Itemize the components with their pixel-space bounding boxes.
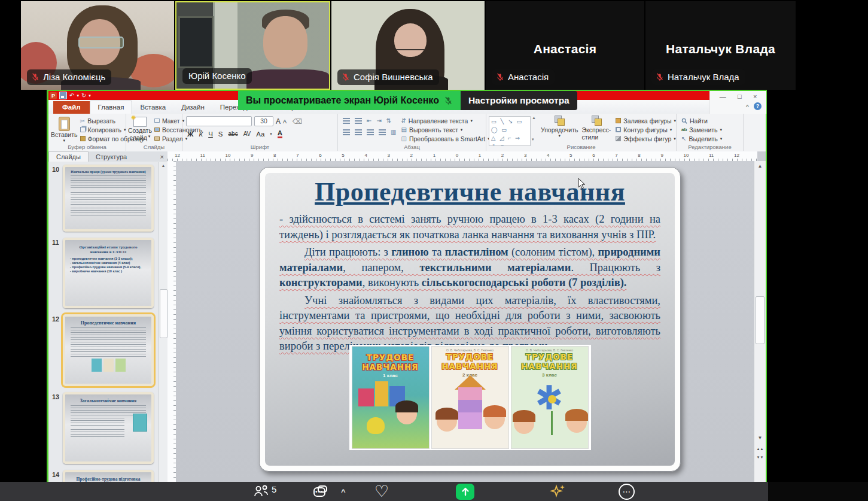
slide-canvas[interactable]: Пропедевтичне навчання - здійснюється в … <box>176 161 757 483</box>
shape-effects-button[interactable]: Эффекты фигур▾ <box>616 134 676 143</box>
numbering-button[interactable] <box>355 118 362 124</box>
convert-smartart-button[interactable]: ◫Преобразовать в SmartArt▾ <box>401 134 489 143</box>
qat-customize-icon[interactable]: ▾ <box>89 93 91 98</box>
maximize-button[interactable]: □ <box>738 93 742 100</box>
view-settings-button[interactable]: Настройки просмотра <box>461 91 577 110</box>
participant-tile-camera-off[interactable]: Анастасія Анастасія <box>486 1 644 90</box>
tab-insert[interactable]: Вставка <box>132 101 173 114</box>
new-slide-button[interactable]: ✺ Создать слайд▾ <box>128 115 152 143</box>
scroll-thumb[interactable] <box>160 289 167 338</box>
next-slide-button[interactable]: ▼▼ <box>754 456 766 459</box>
case-dropdown-icon[interactable]: ▾ <box>270 132 272 136</box>
undo-dropdown-icon[interactable]: ▾ <box>77 93 79 98</box>
select-button[interactable]: ↖Выделить▾ <box>681 134 743 143</box>
slide-paragraph[interactable]: Діти працюють: з глиною та пластиліном (… <box>279 245 660 291</box>
line-spacing-icon[interactable]: ⇅ <box>386 117 391 124</box>
slide-title[interactable]: Пропедевтичне навчання <box>279 177 660 207</box>
vertical-ruler[interactable] <box>167 161 176 483</box>
dropdown-icon[interactable]: ▾ <box>674 136 676 141</box>
shapes-row[interactable]: ▭ ╲ ↘ ▭ ◯ ▭ <box>491 117 528 134</box>
italic-button[interactable]: К <box>199 130 203 138</box>
scroll-up-icon[interactable]: ▲ <box>754 163 766 169</box>
chat-expand-button[interactable]: ^ <box>341 482 346 501</box>
shapes-gallery-scroll[interactable]: ▲ ▾ <box>532 114 536 144</box>
slide-page[interactable]: Пропедевтичне навчання - здійснюється в … <box>259 167 681 472</box>
dropdown-icon[interactable]: ▾ <box>461 127 463 132</box>
slide-paragraph[interactable]: - здійснюється в системі занять ручною п… <box>279 212 660 242</box>
close-button[interactable]: × <box>753 93 757 100</box>
participant-tile[interactable]: Софія Вишневська <box>331 1 485 90</box>
participant-tile-active-speaker[interactable]: Юрій Косенко <box>175 1 330 90</box>
scroll-up-icon[interactable]: ▲ <box>159 163 167 168</box>
grow-font-button[interactable]: А <box>276 117 281 126</box>
dropdown-icon[interactable]: ▾ <box>674 119 676 123</box>
slide-thumbnail-13[interactable]: 13 Загальнотехнічне навчання <box>63 392 154 464</box>
participants-button[interactable]: 5 <box>254 482 276 501</box>
dropdown-icon[interactable]: ▾ <box>558 133 561 138</box>
justify-button[interactable] <box>379 129 386 135</box>
collapse-ribbon-button[interactable]: ^ <box>746 104 749 110</box>
change-case-button[interactable]: Aa <box>256 130 264 138</box>
paste-dropdown-icon[interactable]: ▾ <box>63 138 66 143</box>
decrease-indent-icon[interactable]: ⇤ <box>367 117 371 124</box>
shapes-gallery[interactable]: ▭ ╲ ↘ ▭ ◯ ▭ △ ◿ ⌐ ⇒ ⇓ ◠ ✎ ∼ { } ☆ <box>489 116 531 146</box>
quick-styles-button[interactable]: Экспресс-стили <box>581 114 611 146</box>
tab-file[interactable]: Файл <box>53 101 90 114</box>
arrange-button[interactable]: Упорядочить ▾ <box>541 114 578 146</box>
shape-outline-button[interactable]: Контур фигуры▾ <box>616 125 676 134</box>
panel-scrollbar[interactable]: ▲ <box>159 162 167 483</box>
new-slide-dropdown-icon[interactable]: ▾ <box>148 134 151 141</box>
slide-scrollbar[interactable]: ▲ ▼ ▲▲ ▼▼ <box>754 161 766 483</box>
clear-formatting-icon[interactable]: ⌫ <box>293 117 302 126</box>
align-right-button[interactable] <box>367 129 374 135</box>
previous-slide-button[interactable]: ▲▲ <box>754 447 766 451</box>
chat-button[interactable]: ••• <box>313 482 328 501</box>
shape-fill-button[interactable]: Заливка фигуры▾ <box>616 116 676 125</box>
help-button[interactable]: ? <box>754 102 762 110</box>
bullets-button[interactable] <box>343 118 350 124</box>
panel-tab-slides[interactable]: Слайды <box>48 151 89 162</box>
scroll-thumb[interactable] <box>756 296 765 344</box>
align-left-button[interactable] <box>343 129 350 135</box>
share-screen-button[interactable] <box>456 482 474 501</box>
panel-close-icon[interactable]: × <box>160 153 164 160</box>
align-center-button[interactable] <box>355 129 362 135</box>
dropdown-icon[interactable]: ▾ <box>670 127 672 132</box>
participant-tile[interactable]: Ліза Коломієць <box>21 1 174 90</box>
underline-button[interactable]: Ч <box>208 130 213 138</box>
text-shadow-button[interactable]: S <box>218 130 223 138</box>
replace-button[interactable]: abЗаменить▾ <box>681 125 743 134</box>
participant-tile-camera-off[interactable]: Натальчук Влада Натальчук Влада <box>645 1 796 90</box>
undo-icon[interactable]: ↶ <box>69 92 74 99</box>
paste-button[interactable]: Вставить ▾ <box>51 115 78 143</box>
align-text-button[interactable]: ▤Выровнять текст▾ <box>401 125 489 134</box>
increase-indent-icon[interactable]: ⇥ <box>376 117 381 124</box>
character-spacing-button[interactable]: AV <box>243 130 251 137</box>
slide-thumbnail-10[interactable]: 10 Навчальна праця (уроки трудового навч… <box>63 165 154 232</box>
tab-design[interactable]: Дизайн <box>173 101 212 114</box>
font-size-box[interactable]: 30 <box>254 116 273 126</box>
slide-thumbnail-12-selected[interactable]: 12 Пропедевтичне навчання <box>63 314 154 386</box>
gallery-more-icon[interactable]: ▾ <box>532 137 536 142</box>
redo-icon[interactable]: ↻ <box>81 92 86 99</box>
text-direction-button[interactable]: ⇵Направление текста▾ <box>401 116 489 125</box>
scroll-up-icon[interactable]: ▲ <box>532 116 536 120</box>
font-color-button[interactable]: А <box>278 129 282 138</box>
panel-tab-outline[interactable]: Структура <box>89 152 134 162</box>
dropdown-icon[interactable]: ▾ <box>470 119 473 123</box>
horizontal-ruler[interactable]: 1211109876543210123456789101112 <box>167 151 757 162</box>
font-name-box[interactable] <box>186 116 252 126</box>
find-button[interactable]: Найти <box>681 116 743 125</box>
minimize-button[interactable]: — <box>720 93 726 100</box>
powerpoint-icon[interactable]: P <box>50 92 57 99</box>
tab-home[interactable]: Главная <box>90 101 133 114</box>
strikethrough-button[interactable]: abc <box>229 130 238 137</box>
bold-button[interactable]: Ж <box>187 130 193 138</box>
shrink-font-button[interactable]: А <box>283 119 287 125</box>
effects-button[interactable] <box>549 482 566 501</box>
dropdown-icon[interactable]: ▾ <box>720 127 723 132</box>
slide-thumbnail-11[interactable]: 11 Організаційні етапи трудового навчанн… <box>63 238 154 308</box>
slide-thumbnail-14[interactable]: 14 Професійно-трудова підготовка <box>63 470 154 483</box>
more-button[interactable]: ⋯ <box>619 482 635 501</box>
columns-icon[interactable]: ▥ <box>391 129 396 135</box>
